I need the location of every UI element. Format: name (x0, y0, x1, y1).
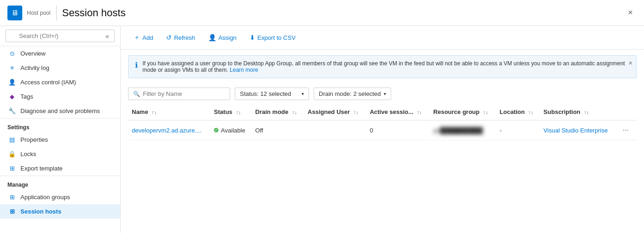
cell-location: - (496, 120, 540, 140)
sidebar-item-export-template[interactable]: ⊞ Export template (0, 161, 120, 176)
sidebar-item-label: Activity log (20, 64, 49, 71)
sort-icon[interactable]: ↑↓ (292, 109, 297, 115)
cell-resource-group: ge██████████ (430, 120, 496, 140)
sidebar-item-label: Export template (20, 165, 63, 172)
sidebar-item-access-control[interactable]: 👤 Access control (IAM) (0, 75, 120, 89)
toolbar: ＋ Add ↺ Refresh 👤 Assign ⬇ Export to CSV (121, 26, 644, 50)
col-assigned-user: Assigned User ↑↓ (304, 104, 366, 120)
add-button[interactable]: ＋ Add (128, 31, 159, 44)
session-host-name-link[interactable]: developervm2.ad.azure.... (132, 127, 201, 134)
sidebar-search-container: 🔍 « (0, 26, 120, 46)
sidebar-item-locks[interactable]: 🔒 Locks (0, 147, 120, 161)
content-area: ＋ Add ↺ Refresh 👤 Assign ⬇ Export to CSV… (121, 26, 644, 233)
settings-section-label: Settings (0, 118, 120, 132)
cell-drain-mode: Off (251, 120, 304, 140)
sidebar-item-properties[interactable]: ▤ Properties (0, 132, 120, 147)
sidebar-item-label: Properties (20, 136, 48, 143)
manage-section-label: Manage (0, 176, 120, 190)
page-title: Session hosts (62, 7, 126, 19)
session-hosts-icon: ⊞ (7, 208, 17, 215)
sidebar-item-session-hosts[interactable]: ⊞ Session hosts (0, 204, 120, 219)
sidebar-item-label: Access control (IAM) (20, 79, 76, 86)
application-groups-icon: ⊞ (7, 194, 17, 201)
tags-icon: ◆ (7, 93, 17, 100)
subscription-link[interactable]: Visual Studio Enterprise (543, 127, 608, 134)
sidebar-item-overview[interactable]: ⊙ Overview (0, 46, 120, 61)
assign-icon: 👤 (208, 34, 216, 41)
cell-assigned-user (304, 120, 366, 140)
col-subscription: Subscription ↑↓ (540, 104, 616, 120)
filters-bar: 🔍 Status: 12 selected ▾ Drain mode: 2 se… (121, 84, 644, 104)
filter-search-icon: 🔍 (133, 91, 140, 97)
header-icon: 🖥 (7, 6, 22, 20)
resource-group-link[interactable]: ge██████████ (433, 127, 483, 134)
sort-icon[interactable]: ↑↓ (483, 109, 488, 115)
sidebar-item-label: Diagnose and solve problems (20, 107, 100, 114)
sidebar-item-label: Locks (20, 151, 36, 157)
header-divider (56, 6, 57, 20)
sort-icon[interactable]: ↑↓ (584, 109, 589, 115)
sidebar-item-tags[interactable]: ◆ Tags (0, 89, 120, 104)
refresh-button[interactable]: ↺ Refresh (161, 31, 201, 44)
table-row: developervm2.ad.azure.... Available Off (128, 120, 637, 140)
col-name: Name ↑↓ (128, 104, 210, 120)
col-status: Status ↑↓ (210, 104, 251, 120)
sort-icon[interactable]: ↑↓ (528, 109, 534, 115)
sort-icon[interactable]: ↑↓ (236, 109, 241, 115)
status-available: Available (214, 127, 248, 134)
sidebar: 🔍 « ⊙ Overview ≡ Activity log 👤 Access c… (0, 26, 121, 233)
sidebar-item-diagnose[interactable]: 🔧 Diagnose and solve problems (0, 104, 120, 118)
table-header-row: Name ↑↓ Status ↑↓ Drain mode ↑↓ Assign (128, 104, 637, 120)
row-actions-button[interactable]: ··· (620, 125, 631, 135)
info-icon: ℹ (135, 61, 138, 69)
sort-icon[interactable]: ↑↓ (152, 109, 157, 115)
sort-icon[interactable]: ↑↓ (354, 109, 359, 115)
col-resource-group: Resource group ↑↓ (430, 104, 496, 120)
chevron-down-icon: ▾ (384, 91, 386, 96)
sidebar-item-application-groups[interactable]: ⊞ Application groups (0, 190, 120, 204)
sidebar-item-label: Tags (20, 93, 33, 100)
close-button[interactable]: × (624, 6, 637, 19)
col-active-sessions: Active sessio... ↑↓ (366, 104, 430, 120)
locks-icon: 🔒 (7, 151, 17, 157)
filter-name-input[interactable] (143, 90, 225, 97)
session-hosts-table-wrapper: Name ↑↓ Status ↑↓ Drain mode ↑↓ Assign (121, 104, 644, 140)
collapse-button[interactable]: « (105, 32, 109, 40)
banner-close-button[interactable]: × (629, 59, 632, 67)
sidebar-item-label: Application groups (20, 194, 70, 201)
access-control-icon: 👤 (7, 79, 17, 86)
search-wrapper: 🔍 « (6, 30, 115, 42)
export-template-icon: ⊞ (7, 165, 17, 172)
cell-row-actions: ··· (616, 120, 637, 140)
col-drain-mode: Drain mode ↑↓ (251, 104, 304, 120)
col-actions (616, 104, 637, 120)
chevron-down-icon: ▾ (302, 91, 304, 96)
filter-name-input-wrapper: 🔍 (128, 88, 230, 100)
properties-icon: ▤ (7, 136, 17, 143)
diagnose-icon: 🔧 (7, 107, 17, 114)
session-hosts-table: Name ↑↓ Status ↑↓ Drain mode ↑↓ Assign (128, 104, 637, 140)
export-button[interactable]: ⬇ Export to CSV (244, 31, 301, 44)
main-layout: 🔍 « ⊙ Overview ≡ Activity log 👤 Access c… (0, 26, 644, 233)
sidebar-item-label: Overview (20, 50, 45, 57)
cell-subscription: Visual Studio Enterprise (540, 120, 616, 140)
drain-mode-filter-dropdown[interactable]: Drain mode: 2 selected ▾ (314, 88, 391, 100)
info-banner: ℹ If you have assigned a user group to t… (128, 55, 637, 78)
overview-icon: ⊙ (7, 50, 17, 57)
sidebar-item-activity-log[interactable]: ≡ Activity log (0, 61, 120, 75)
sort-icon[interactable]: ↑↓ (417, 109, 422, 115)
cell-status: Available (210, 120, 251, 140)
activity-log-icon: ≡ (7, 64, 17, 71)
col-location: Location ↑↓ (496, 104, 540, 120)
refresh-icon: ↺ (166, 34, 172, 41)
assign-button[interactable]: 👤 Assign (203, 31, 242, 44)
status-available-icon (214, 128, 219, 132)
page-header: 🖥 Host pool Session hosts × (0, 0, 644, 26)
sidebar-item-label: Session hosts (20, 208, 61, 215)
banner-text: If you have assigned a user group to the… (142, 60, 630, 73)
status-filter-dropdown[interactable]: Status: 12 selected ▾ (235, 88, 309, 100)
cell-active-sessions: 0 (366, 120, 430, 140)
learn-more-link[interactable]: Learn more (230, 67, 258, 73)
add-icon: ＋ (134, 33, 140, 42)
search-input[interactable] (6, 30, 115, 42)
